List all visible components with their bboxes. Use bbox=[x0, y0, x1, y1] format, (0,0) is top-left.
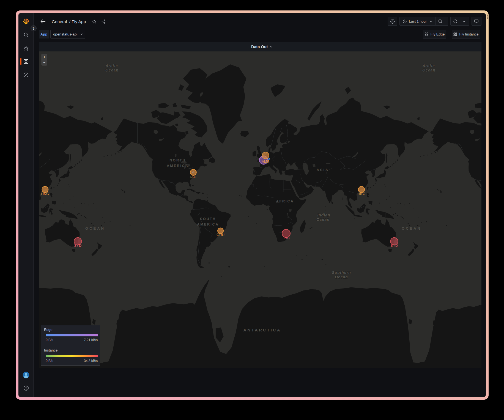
svg-text:AFRICA: AFRICA bbox=[276, 199, 294, 203]
svg-text:OCEAN: OCEAN bbox=[402, 226, 421, 230]
svg-text:SYD: SYD bbox=[390, 243, 398, 248]
svg-text:HKG: HKG bbox=[357, 191, 365, 196]
svg-text:Indian: Indian bbox=[317, 213, 330, 217]
svg-text:Ocean: Ocean bbox=[105, 68, 119, 72]
svg-text:Ocean: Ocean bbox=[316, 217, 330, 222]
svg-text:NORTH: NORTH bbox=[169, 158, 186, 162]
svg-text:Arctic: Arctic bbox=[422, 64, 435, 68]
svg-text:AMS: AMS bbox=[261, 160, 269, 164]
svg-text:Arctic: Arctic bbox=[105, 64, 118, 68]
svg-text:GRU: GRU bbox=[216, 233, 224, 237]
svg-text:AMERICA: AMERICA bbox=[197, 223, 219, 226]
svg-text:ASIA: ASIA bbox=[316, 168, 329, 172]
svg-text:SYD: SYD bbox=[74, 243, 81, 248]
svg-text:JNB: JNB bbox=[283, 236, 289, 240]
svg-text:ANTARCTICA: ANTARCTICA bbox=[243, 328, 281, 332]
svg-text:HKG: HKG bbox=[41, 191, 49, 196]
svg-text:OCEAN: OCEAN bbox=[85, 226, 105, 230]
svg-text:Ocean: Ocean bbox=[422, 68, 435, 72]
svg-text:Ocean: Ocean bbox=[335, 275, 348, 279]
svg-text:AMERICA: AMERICA bbox=[167, 164, 188, 168]
svg-text:SOUTH: SOUTH bbox=[200, 217, 216, 221]
svg-text:IAD: IAD bbox=[190, 175, 196, 179]
svg-text:Southern: Southern bbox=[332, 270, 351, 275]
